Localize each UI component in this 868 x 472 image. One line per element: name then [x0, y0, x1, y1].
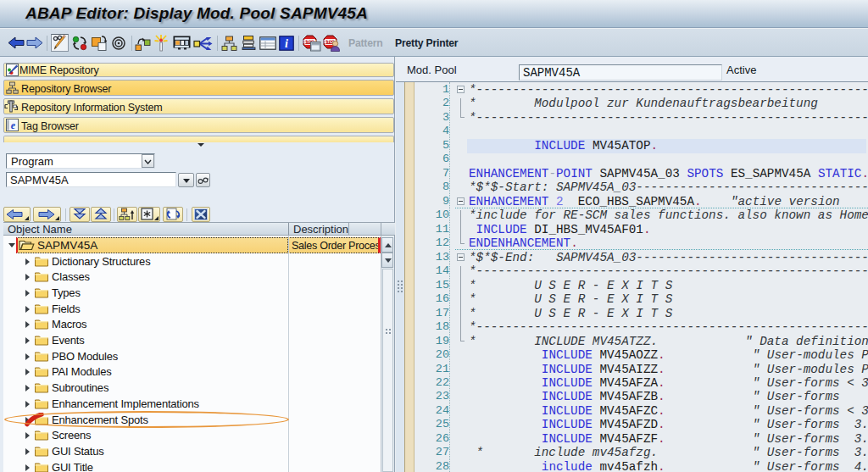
svg-text:e: e	[11, 119, 16, 131]
svg-text:i: i	[285, 37, 288, 50]
